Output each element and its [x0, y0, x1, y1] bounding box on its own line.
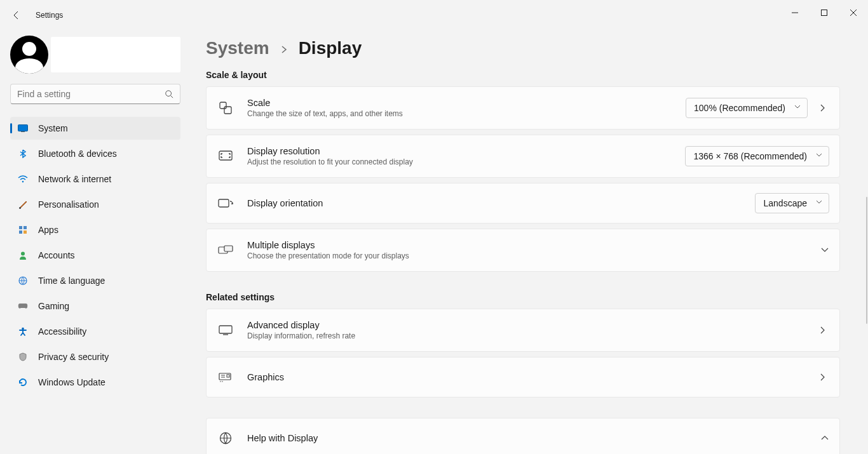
window-title: Settings [36, 11, 63, 20]
svg-line-5 [171, 96, 173, 98]
minimize-button[interactable] [780, 0, 810, 25]
sidebar-item-network[interactable]: Network & internet [10, 168, 180, 190]
scrollbar[interactable] [866, 197, 867, 324]
window-controls [780, 0, 868, 25]
scale-select[interactable]: 100% (Recommended) [686, 98, 808, 118]
sidebar-item-system[interactable]: System [10, 117, 180, 140]
setting-card-scale[interactable]: Scale Change the size of text, apps, and… [206, 86, 840, 130]
setting-subtitle: Adjust the resolution to fit your connec… [247, 157, 685, 166]
svg-point-9 [19, 207, 21, 209]
chevron-right-icon[interactable] [820, 326, 829, 335]
svg-rect-12 [19, 230, 22, 234]
search-icon [165, 90, 173, 98]
setting-title: Display resolution [247, 146, 685, 156]
setting-title: Help with Display [247, 433, 808, 443]
back-button[interactable] [10, 9, 23, 22]
profile-block[interactable] [10, 36, 180, 74]
svg-rect-1 [822, 10, 827, 16]
setting-title: Scale [247, 98, 686, 108]
setting-card-multiple-displays[interactable]: Multiple displays Choose the presentatio… [206, 229, 840, 272]
sidebar-item-label: Time & language [38, 276, 105, 286]
sidebar-item-apps[interactable]: Apps [10, 218, 180, 241]
profile-name-block [51, 37, 180, 72]
svg-rect-7 [21, 131, 25, 132]
person-icon [18, 250, 28, 260]
svg-rect-18 [224, 107, 231, 114]
setting-card-orientation[interactable]: Display orientation Landscape [206, 183, 840, 224]
globe-clock-icon [18, 276, 28, 286]
sidebar-item-privacy[interactable]: Privacy & security [10, 345, 180, 368]
setting-title: Display orientation [247, 198, 755, 208]
search-box[interactable] [10, 84, 180, 104]
monitor-icon [218, 325, 233, 335]
svg-point-14 [21, 252, 25, 256]
select-value: 100% (Recommended) [694, 103, 785, 113]
svg-rect-10 [19, 226, 22, 229]
sidebar-item-personalisation[interactable]: Personalisation [10, 193, 180, 216]
sidebar-item-gaming[interactable]: Gaming [10, 295, 180, 317]
svg-point-16 [22, 328, 24, 330]
update-icon [18, 377, 28, 387]
sidebar-item-accessibility[interactable]: Accessibility [10, 320, 180, 343]
orientation-icon [218, 197, 233, 209]
setting-card-help[interactable]: Help with Display [206, 418, 840, 454]
chevron-down-icon[interactable] [820, 248, 829, 253]
select-value: Landscape [763, 198, 807, 208]
setting-subtitle: Display information, refresh rate [247, 331, 808, 340]
orientation-select[interactable]: Landscape [755, 193, 829, 213]
multiple-displays-icon [218, 245, 233, 255]
resolution-select[interactable]: 1366 × 768 (Recommended) [685, 146, 829, 166]
setting-title: Advanced display [247, 320, 808, 330]
sidebar-item-update[interactable]: Windows Update [10, 371, 180, 394]
sidebar-item-label: Network & internet [38, 174, 111, 184]
nav: System Bluetooth & devices Network & int… [10, 117, 180, 396]
section-header-scale-layout: Scale & layout [206, 70, 840, 80]
sidebar-item-label: Privacy & security [38, 352, 109, 362]
accessibility-icon [18, 326, 28, 337]
setting-card-graphics[interactable]: Graphics [206, 357, 840, 397]
svg-point-8 [22, 182, 24, 183]
chevron-down-icon [816, 153, 822, 159]
wifi-icon [18, 174, 28, 184]
titlebar: Settings [0, 0, 868, 30]
chevron-down-icon [794, 105, 801, 111]
setting-title: Multiple displays [247, 240, 808, 250]
breadcrumb-current: Display [299, 38, 362, 58]
sidebar-item-bluetooth[interactable]: Bluetooth & devices [10, 142, 180, 165]
setting-subtitle: Change the size of text, apps, and other… [247, 109, 686, 118]
sidebar-item-label: System [38, 123, 68, 133]
display-icon [18, 123, 28, 133]
section-header-related: Related settings [206, 292, 840, 302]
resolution-icon [218, 150, 233, 162]
sidebar-item-label: Personalisation [38, 199, 99, 210]
setting-card-resolution[interactable]: Display resolution Adjust the resolution… [206, 135, 840, 178]
sidebar-item-label: Apps [38, 225, 58, 235]
svg-rect-13 [24, 230, 27, 234]
svg-rect-17 [220, 102, 226, 109]
sidebar-item-label: Accessibility [38, 326, 86, 337]
chevron-right-icon[interactable] [820, 103, 829, 112]
setting-card-advanced-display[interactable]: Advanced display Display information, re… [206, 309, 840, 352]
svg-rect-19 [219, 151, 232, 160]
close-button[interactable] [839, 0, 868, 25]
svg-rect-23 [219, 326, 232, 333]
svg-rect-11 [24, 226, 27, 229]
chevron-down-icon [816, 200, 822, 206]
gamepad-icon [18, 301, 28, 311]
svg-rect-22 [224, 246, 233, 251]
sidebar-item-label: Accounts [38, 250, 75, 260]
chevron-right-icon[interactable] [820, 373, 829, 382]
sidebar-item-accounts[interactable]: Accounts [10, 244, 180, 267]
breadcrumb-parent[interactable]: System [206, 38, 269, 58]
scale-icon [218, 101, 233, 115]
chevron-right-icon [281, 45, 287, 54]
paint-icon [18, 199, 28, 210]
sidebar-item-time[interactable]: Time & language [10, 269, 180, 292]
chevron-up-icon[interactable] [820, 436, 829, 441]
maximize-button[interactable] [810, 0, 839, 25]
apps-icon [18, 225, 28, 235]
svg-point-4 [166, 91, 172, 97]
search-input[interactable] [17, 89, 165, 99]
sidebar-item-label: Windows Update [38, 377, 105, 387]
shield-icon [18, 352, 28, 362]
